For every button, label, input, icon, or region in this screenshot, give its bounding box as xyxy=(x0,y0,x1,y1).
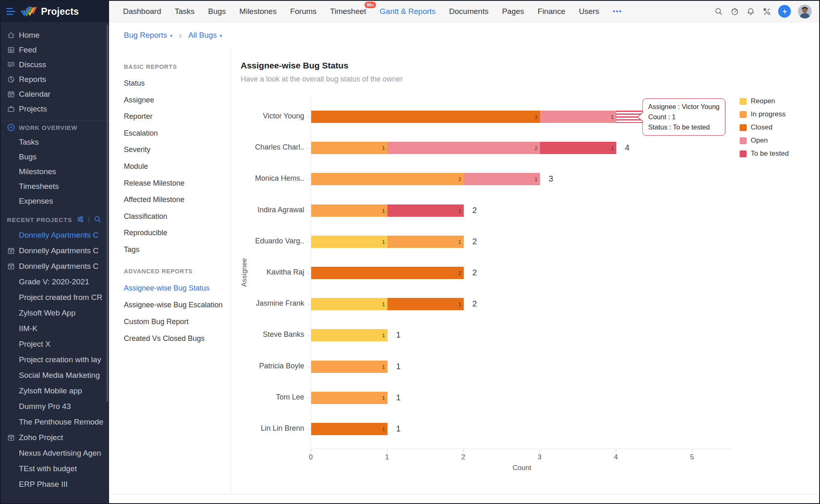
nav-documents[interactable]: Documents xyxy=(449,7,488,16)
sidebar-project-nexus-advertising-agen[interactable]: Nexus Advertising Agen xyxy=(1,447,109,459)
bar-segment-in-progress[interactable]: 1 xyxy=(311,361,387,373)
nav-milestones[interactable]: Milestones xyxy=(239,7,277,16)
app-title: Projects xyxy=(41,6,79,17)
nav-bugs[interactable]: Bugs xyxy=(208,7,226,16)
sidebar-project-project-creation-with-lay[interactable]: Project creation with lay xyxy=(1,354,109,366)
x-axis-tick-label: 3 xyxy=(533,453,546,461)
legend-item-reopen[interactable]: Reopen xyxy=(740,97,789,105)
sidebar-item-feed[interactable]: Feed xyxy=(1,44,109,56)
bar-segment-in-progress[interactable]: 1 xyxy=(311,142,387,154)
legend-item-closed[interactable]: Closed xyxy=(740,123,789,132)
nav-more-button[interactable]: ••• xyxy=(613,8,622,15)
search-icon[interactable] xyxy=(93,215,102,223)
nav-forums[interactable]: Forums xyxy=(290,7,317,16)
sidebar-item-discuss[interactable]: Discuss xyxy=(1,59,109,70)
user-avatar[interactable] xyxy=(798,5,812,18)
add-plus-button[interactable] xyxy=(778,5,791,18)
report-item-created-vs-closed-bugs[interactable]: Created Vs Closed Bugs xyxy=(124,334,205,343)
bar-segment-in-progress[interactable]: 1 xyxy=(311,204,387,217)
nav-dashboard[interactable]: Dashboard xyxy=(123,7,161,16)
legend-item-in-progress[interactable]: In progress xyxy=(740,110,789,118)
work-overview-header[interactable]: WORK OVERVIEW xyxy=(19,124,77,131)
notifications-bell-icon[interactable] xyxy=(746,7,755,16)
bar-segment-in-progress[interactable]: 1 xyxy=(387,236,464,248)
bar-segment-in-progress[interactable]: 1 xyxy=(311,392,387,404)
sidebar-project-donnelly-apartments-c[interactable]: Donnelly Apartments C xyxy=(1,261,109,272)
nav-finance[interactable]: Finance xyxy=(538,7,565,16)
report-item-affected-milestone[interactable]: Affected Milestone xyxy=(124,195,184,204)
report-item-classification[interactable]: Classification xyxy=(124,212,167,221)
report-item-status[interactable]: Status xyxy=(124,79,145,88)
sidebar-project-grade-v-2020-2021[interactable]: Grade V: 2020-2021 xyxy=(1,276,109,288)
sidebar-project-zylsoft-web-app[interactable]: Zylsoft Web App xyxy=(1,307,109,319)
report-item-reporter[interactable]: Reporter xyxy=(124,112,153,121)
sidebar-work-milestones[interactable]: Milestones xyxy=(1,166,109,177)
nav-pages[interactable]: Pages xyxy=(502,7,524,16)
chevron-down-icon: ▾ xyxy=(170,32,173,39)
sidebar-project-zoho-project[interactable]: Zoho Project xyxy=(1,432,109,443)
sidebar-scrollbar[interactable] xyxy=(107,25,108,402)
bar-total-label: 1 xyxy=(396,393,401,402)
report-item-severity[interactable]: Severity xyxy=(124,145,150,154)
sidebar-project-project-created-from-cr[interactable]: Project created from CR xyxy=(1,292,109,303)
sidebar-work-tasks[interactable]: Tasks xyxy=(1,136,109,148)
bar-segment-closed[interactable]: 2 xyxy=(311,267,464,279)
sidebar-item-reports[interactable]: Reports xyxy=(1,74,109,85)
segment-value-label: 1 xyxy=(458,301,461,307)
sidebar-project-erp-phase-iii[interactable]: ERP Phase III xyxy=(1,479,109,490)
bar-segment-to-be-tested[interactable]: 1 xyxy=(540,142,616,154)
sidebar-work-expenses[interactable]: Expenses xyxy=(1,195,109,207)
timer-icon[interactable] xyxy=(730,7,739,16)
report-item-escalation[interactable]: Escalation xyxy=(124,129,158,138)
collapse-circle-icon xyxy=(7,123,16,132)
bar-segment-reopen[interactable]: 1 xyxy=(311,236,387,248)
bar-segment-open[interactable]: 1 xyxy=(464,173,540,185)
nav-gantt-reports[interactable]: Gantt & Reports xyxy=(380,7,435,16)
sidebar-item-home[interactable]: Home xyxy=(1,30,109,41)
report-item-custom-bug-report[interactable]: Custom Bug Report xyxy=(124,318,189,326)
report-item-module[interactable]: Module xyxy=(124,162,148,171)
sidebar-project-dummy-pro-43[interactable]: Dummy Pro 43 xyxy=(1,401,109,412)
sidebar-project-donnelly-apartments-c[interactable]: Donnelly Apartments C xyxy=(1,245,109,257)
sidebar-work-timesheets[interactable]: Timesheets xyxy=(1,181,109,192)
sidebar-work-bugs[interactable]: Bugs xyxy=(1,151,109,163)
sidebar-project-social-media-marketing[interactable]: Social Media Marketing xyxy=(1,370,109,381)
bar-segment-open[interactable]: 1 xyxy=(540,111,616,123)
y-axis-tickmark xyxy=(307,367,311,367)
report-item-assignee-wise-bug-status[interactable]: Assignee-wise Bug Status xyxy=(124,284,210,293)
sidebar-project-donnelly-apartments-c[interactable]: Donnelly Apartments C xyxy=(1,229,109,241)
chart-area: Assignee-wise Bug Status Have a look at … xyxy=(231,22,820,494)
sidebar-item-projects[interactable]: Projects xyxy=(1,103,109,115)
tools-icon[interactable] xyxy=(762,7,771,16)
bar-segment-closed[interactable]: 1 xyxy=(311,423,387,435)
sidebar-project-zylsoft-mobile-app[interactable]: Zylsoft Mobile app xyxy=(1,385,109,397)
bar-segment-in-progress[interactable]: 2 xyxy=(311,173,464,185)
report-item-tags[interactable]: Tags xyxy=(124,245,139,254)
nav-users[interactable]: Users xyxy=(579,7,599,16)
nav-tasks[interactable]: Tasks xyxy=(175,7,195,16)
report-item-assignee[interactable]: Assignee xyxy=(124,96,154,104)
sidebar-item-calendar[interactable]: Calendar xyxy=(1,89,109,100)
nav-timesheet[interactable]: Timesheet99+ xyxy=(330,7,366,16)
bar-segment-to-be-tested[interactable]: 1 xyxy=(387,204,464,217)
sidebar-project-iim-k[interactable]: IIM-K xyxy=(1,323,109,334)
hamburger-menu-icon[interactable] xyxy=(6,7,16,16)
sidebar-project-project-x[interactable]: Project X xyxy=(1,338,109,350)
legend-item-open[interactable]: Open xyxy=(740,136,789,145)
filter-sliders-icon[interactable] xyxy=(76,215,84,223)
breadcrumb-all-bugs[interactable]: All Bugs ▾ xyxy=(188,31,222,40)
bar-segment-reopen[interactable]: 1 xyxy=(311,298,387,310)
sidebar-project-the-penthouse-remode[interactable]: The Penthouse Remode xyxy=(1,416,109,428)
bar-segment-open[interactable]: 2 xyxy=(387,142,540,154)
search-icon[interactable] xyxy=(714,7,723,16)
report-item-release-milestone[interactable]: Release Milestone xyxy=(124,179,184,188)
bar-segment-reopen[interactable]: 1 xyxy=(311,329,387,341)
report-item-reproducible[interactable]: Reproducible xyxy=(124,229,167,237)
report-item-assignee-wise-bug-escalation[interactable]: Assignee-wise Bug Escalation xyxy=(124,301,223,309)
timesheet-badge: 99+ xyxy=(364,2,376,8)
bar-segment-closed[interactable]: 1 xyxy=(387,298,464,310)
breadcrumb-bug-reports[interactable]: Bug Reports ▾ xyxy=(124,31,172,40)
bar-segment-closed[interactable]: 3 xyxy=(311,111,540,123)
legend-item-to-be-tested[interactable]: To be tested xyxy=(740,150,789,158)
sidebar-project-test-with-budget[interactable]: TEst with budget xyxy=(1,463,109,474)
